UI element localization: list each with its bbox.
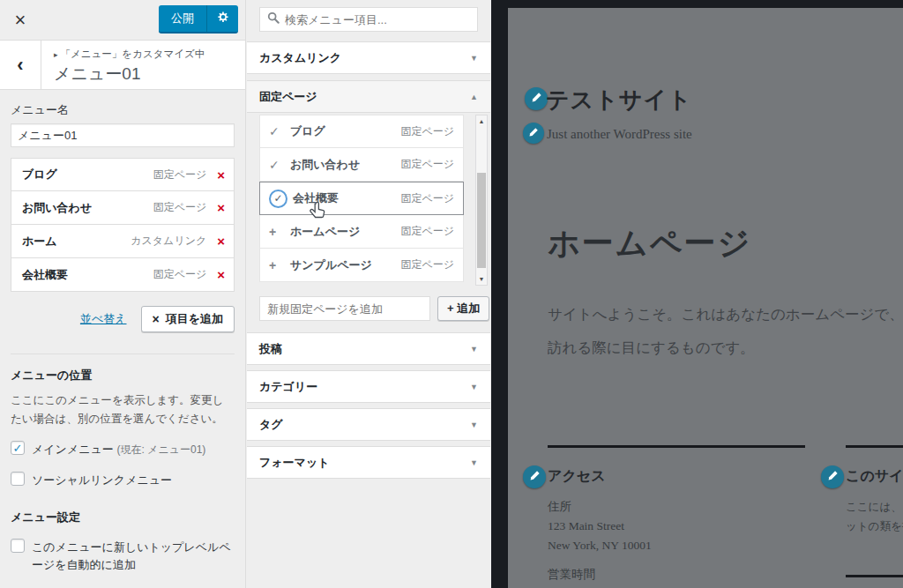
available-item-row[interactable]: + サンプルページ 固定ページ	[259, 249, 464, 282]
preview-tagline: Just another WordPress site	[547, 127, 692, 142]
publish-settings-button[interactable]	[206, 5, 238, 33]
preview-site-title: テストサイト	[546, 85, 692, 115]
main-menu-location-option: ✓ メインメニュー (現在: メニュー01)	[11, 441, 235, 458]
auto-add-option: このメニューに新しいトップレベルページを自動的に追加	[11, 539, 233, 573]
close-icon: ×	[15, 9, 26, 32]
widget-rule	[548, 445, 805, 448]
gear-icon	[216, 11, 230, 27]
remove-item-icon[interactable]: ×	[217, 168, 225, 182]
preview-intro-text: サイトへようこそ。これはあなたのホームページで、ほとん 訪れる際に目にするもので…	[548, 298, 903, 365]
scrollbar-thumb[interactable]	[477, 173, 486, 268]
edit-widget-access-button[interactable]	[523, 465, 546, 488]
widget-rule	[846, 445, 903, 448]
remove-item-icon[interactable]: ×	[217, 234, 225, 248]
scroll-down-icon[interactable]: ▼	[476, 273, 487, 285]
add-plus-icon: +	[269, 258, 290, 272]
section-posts[interactable]: 投稿 ▼	[247, 332, 490, 365]
section-categories[interactable]: カテゴリー ▼	[247, 370, 490, 403]
search-box	[259, 7, 478, 32]
added-check-icon: ✓	[269, 124, 290, 138]
breadcrumb: ▸「メニュー」をカスタマイズ中	[54, 48, 205, 61]
remove-item-icon[interactable]: ×	[217, 268, 225, 281]
publish-button[interactable]: 公開	[159, 5, 206, 33]
menu-item-type: 固定ページ	[153, 167, 207, 182]
site-preview: テストサイト Just another WordPress site ホームペー…	[491, 0, 903, 588]
widget-access-hours: 営業時間	[548, 565, 595, 584]
edit-tagline-button[interactable]	[523, 123, 544, 144]
section-formats[interactable]: フォーマット ▼	[247, 446, 490, 479]
available-pages-list: ✓ ブログ 固定ページ ✓ お問い合わせ 固定ページ ✓ 会社概要 固定ページ …	[247, 115, 490, 282]
breadcrumb-arrow-icon: ▸	[54, 50, 58, 59]
chevron-down-icon: ▼	[470, 54, 478, 63]
customizer-topbar: × 公開	[0, 0, 245, 41]
main-menu-label: メインメニュー (現在: メニュー01)	[32, 441, 205, 458]
edit-widget-about-button[interactable]	[821, 465, 844, 488]
widget-access-title: アクセス	[548, 467, 606, 486]
current-menu-suffix: (現在: メニュー01)	[116, 443, 205, 456]
back-chevron-icon: ‹	[17, 54, 23, 77]
widget-about-title: このサイ	[846, 467, 903, 486]
social-menu-label: ソーシャルリンクメニュー	[32, 472, 172, 489]
section-pages[interactable]: 固定ページ ▲	[247, 80, 490, 113]
section-custom-links[interactable]: カスタムリンク ▼	[247, 41, 490, 74]
pencil-icon	[531, 91, 542, 107]
pencil-icon	[529, 469, 541, 485]
section-tags[interactable]: タグ ▼	[247, 408, 490, 441]
auto-add-checkbox[interactable]	[11, 539, 25, 553]
widget-rule	[846, 575, 903, 577]
list-scrollbar[interactable]: ▲ ▼	[475, 115, 488, 286]
scrollbar-track[interactable]	[476, 127, 487, 273]
close-customizer-button[interactable]: ×	[0, 0, 41, 40]
edit-site-title-button[interactable]	[525, 87, 548, 110]
chevron-down-icon: ▼	[470, 421, 478, 429]
new-page-input[interactable]	[259, 296, 430, 321]
menu-item-row[interactable]: ブログ 固定ページ ×	[11, 158, 235, 191]
pencil-icon	[827, 469, 839, 485]
menu-item-name: ブログ	[22, 167, 153, 182]
pencil-icon	[528, 125, 539, 141]
main-menu-checkbox[interactable]: ✓	[11, 441, 25, 455]
back-button[interactable]: ‹	[0, 41, 41, 89]
publish-group: 公開	[159, 0, 245, 40]
menu-item-type: 固定ページ	[153, 200, 207, 215]
widget-access-body: 住所 123 Main Street New York, NY 10001	[548, 497, 652, 555]
divider	[11, 354, 235, 354]
menu-settings-heading: メニュー設定	[11, 510, 235, 525]
cursor-pointer	[307, 201, 326, 226]
menu-item-row[interactable]: お問い合わせ 固定ページ ×	[11, 191, 235, 225]
added-check-icon: ✓	[269, 158, 290, 172]
search-menu-items-input[interactable]	[285, 13, 470, 26]
available-items-panel: カスタムリンク ▼ 固定ページ ▲ ✓ ブログ 固定ページ ✓ お問い合わせ 固…	[247, 0, 490, 588]
menu-item-type: 固定ページ	[153, 267, 207, 282]
just-added-check-icon: ✓	[269, 190, 287, 208]
reorder-link[interactable]: 並べ替え	[80, 311, 127, 327]
section-title-block: ▸「メニュー」をカスタマイズ中 メニュー01	[41, 41, 205, 89]
available-item-row[interactable]: + ホームページ 固定ページ	[259, 215, 464, 249]
menu-name-input[interactable]	[11, 123, 235, 147]
menu-locations-heading: メニューの位置	[11, 368, 235, 383]
remove-item-icon[interactable]: ×	[217, 201, 225, 214]
menu-item-name: 会社概要	[22, 267, 153, 283]
menu-item-name: お問い合わせ	[22, 200, 153, 216]
menu-item-row[interactable]: ホーム カスタムリンク ×	[11, 225, 235, 258]
menu-item-row[interactable]: 会社概要 固定ページ ×	[11, 258, 235, 292]
chevron-up-icon: ▲	[470, 93, 478, 101]
available-item-row-selected[interactable]: ✓ 会社概要 固定ページ	[259, 182, 464, 215]
social-menu-location-option: ソーシャルリンクメニュー	[11, 472, 235, 489]
menu-name-label: メニュー名	[11, 102, 235, 118]
add-page-button[interactable]: + 追加	[437, 296, 489, 321]
social-menu-checkbox[interactable]	[11, 472, 25, 486]
available-item-row[interactable]: ✓ お問い合わせ 固定ページ	[259, 148, 464, 182]
menu-item-name: ホーム	[22, 234, 131, 249]
page-title: メニュー01	[54, 63, 205, 86]
section-header: ‹ ▸「メニュー」をカスタマイズ中 メニュー01	[0, 41, 245, 90]
close-panel-icon: ×	[153, 312, 160, 326]
checkmark-icon: ✓	[13, 443, 23, 454]
scroll-up-icon[interactable]: ▲	[476, 115, 487, 127]
menu-items-list: ブログ 固定ページ × お問い合わせ 固定ページ × ホーム カスタムリンク ×…	[11, 158, 235, 292]
chevron-down-icon: ▼	[470, 345, 478, 354]
auto-add-label: このメニューに新しいトップレベルページを自動的に追加	[32, 539, 233, 573]
plus-icon: +	[447, 301, 454, 315]
add-items-button[interactable]: × 項目を追加	[141, 306, 235, 332]
available-item-row[interactable]: ✓ ブログ 固定ページ	[259, 115, 464, 148]
